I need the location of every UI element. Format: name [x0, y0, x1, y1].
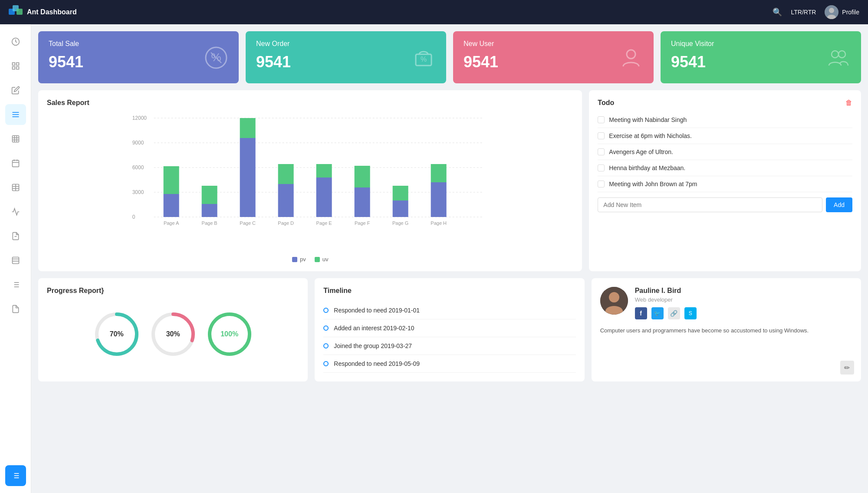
todo-add-button[interactable]: Add — [826, 197, 852, 212]
sidebar-item-grid[interactable] — [5, 128, 26, 149]
social-facebook-icon[interactable]: f — [635, 307, 647, 319]
timeline-text-2: Added an interest 2019-02-10 — [334, 325, 414, 332]
timeline-item-2: Added an interest 2019-02-10 — [323, 319, 575, 337]
svg-rect-14 — [12, 136, 19, 142]
sidebar-item-chart[interactable] — [5, 201, 26, 222]
logo-icon — [9, 5, 23, 19]
main-layout: Total Sale 9541 % New Order 9541 — [0, 24, 868, 493]
sidebar-item-edit[interactable] — [5, 80, 26, 101]
svg-text:Page H: Page H — [431, 220, 447, 226]
sidebar-item-menu[interactable] — [5, 104, 26, 125]
profile-socials: f 🐦 🔗 S — [635, 307, 697, 319]
svg-text:9000: 9000 — [132, 140, 144, 146]
timeline-item-4: Responded to need 2019-05-09 — [323, 355, 575, 373]
todo-checkbox-2[interactable] — [598, 132, 605, 139]
main-content: Total Sale 9541 % New Order 9541 — [31, 24, 868, 493]
svg-text:0: 0 — [132, 214, 135, 220]
stat-card-value: 9541 — [256, 53, 436, 71]
svg-text:Page F: Page F — [355, 220, 370, 226]
new-order-icon: % — [411, 46, 436, 75]
todo-item-1: Meeting with Nabindar Singh — [598, 112, 852, 128]
profile-label: Profile — [842, 9, 859, 16]
sidebar-item-form[interactable] — [5, 226, 26, 246]
timeline-dot-2 — [323, 325, 329, 331]
svg-text:%: % — [421, 56, 427, 63]
todo-checkbox-4[interactable] — [598, 164, 605, 171]
timeline-text-4: Responded to need 2019-05-09 — [334, 360, 420, 367]
bar-uv-0 — [164, 166, 179, 194]
legend-pv-dot — [292, 257, 297, 262]
svg-text:12000: 12000 — [132, 115, 147, 121]
todo-add-input[interactable] — [598, 197, 822, 212]
timeline-dot-4 — [323, 361, 329, 366]
svg-rect-19 — [12, 160, 19, 167]
legend-uv: uv — [315, 256, 329, 263]
todo-checkbox-3[interactable] — [598, 148, 605, 155]
todo-text-3: Avengers Age of Ultron. — [609, 148, 673, 155]
todo-item-3: Avengers Age of Ultron. — [598, 144, 852, 160]
timeline-item-3: Joined the group 2019-03-27 — [323, 337, 575, 355]
svg-rect-2 — [16, 9, 23, 15]
profile-button[interactable]: Profile — [825, 5, 859, 19]
sales-report-title: Sales Report — [47, 99, 573, 107]
stat-card-new-user: New User 9541 — [453, 31, 654, 83]
app-name: Ant Dashboard — [27, 8, 77, 16]
svg-point-50 — [838, 51, 845, 58]
bar-chart-svg: 12000 9000 6000 3000 0 — [47, 114, 573, 235]
todo-text-5: Meeting with John Brown at 7pm — [609, 181, 697, 187]
svg-point-75 — [609, 292, 619, 302]
third-row: Progress Report} 70% — [38, 278, 861, 381]
social-twitter-icon[interactable]: 🐦 — [651, 307, 664, 319]
sidebar-item-dashboard[interactable] — [5, 31, 26, 52]
bar-pv-6 — [393, 200, 408, 217]
todo-delete-icon[interactable]: 🗑 — [845, 99, 852, 107]
total-sale-icon: % — [204, 46, 228, 75]
sidebar-item-active-bottom[interactable] — [5, 465, 26, 486]
svg-text:Page A: Page A — [164, 220, 179, 226]
bar-uv-1 — [202, 186, 217, 204]
sidebar-item-file[interactable] — [5, 299, 26, 319]
sales-report-panel: Sales Report 12000 9000 6000 3000 0 — [38, 90, 582, 271]
todo-checkbox-1[interactable] — [598, 116, 605, 123]
bar-uv-3 — [278, 164, 294, 184]
stat-card-label: New Order — [256, 40, 436, 48]
social-link-icon[interactable]: 🔗 — [668, 307, 680, 319]
bar-pv-0 — [164, 194, 179, 217]
legend-pv: pv — [292, 256, 306, 263]
circle-100: 100% — [206, 310, 253, 358]
bar-uv-6 — [393, 186, 408, 200]
svg-text:6000: 6000 — [132, 164, 144, 171]
svg-rect-8 — [16, 63, 19, 66]
bar-pv-1 — [202, 204, 217, 217]
search-icon[interactable]: 🔍 — [773, 7, 782, 17]
timeline-text-3: Joined the group 2019-03-27 — [334, 342, 412, 349]
ltr-toggle[interactable]: LTR/RTR — [791, 9, 816, 16]
sidebar-item-table2[interactable] — [5, 250, 26, 271]
todo-text-2: Exercise at 6pm with Nicholas. — [609, 132, 692, 139]
todo-checkbox-5[interactable] — [598, 181, 605, 187]
sidebar-item-calendar[interactable] — [5, 153, 26, 174]
todo-text-1: Meeting with Nabindar Singh — [609, 116, 687, 123]
profile-panel: Pauline I. Bird Web developer f 🐦 🔗 S Co… — [592, 278, 861, 381]
todo-header: Todo 🗑 — [598, 99, 852, 107]
timeline-dot-3 — [323, 343, 329, 348]
chart-legend: pv uv — [47, 256, 573, 263]
sidebar-item-table[interactable] — [5, 177, 26, 198]
svg-text:Page D: Page D — [278, 220, 294, 226]
app-logo: Ant Dashboard — [9, 5, 773, 19]
social-skype-icon[interactable]: S — [684, 307, 697, 319]
svg-text:3000: 3000 — [132, 189, 144, 195]
sidebar-item-list[interactable] — [5, 274, 26, 295]
profile-top: Pauline I. Bird Web developer f 🐦 🔗 S — [600, 287, 852, 319]
profile-description: Computer users and programmers have beco… — [600, 326, 852, 335]
svg-rect-28 — [12, 257, 19, 264]
timeline-item-1: Responded to need 2019-01-01 — [323, 302, 575, 319]
circle-100-label: 100% — [220, 330, 238, 338]
svg-rect-10 — [12, 67, 15, 69]
sales-chart: 12000 9000 6000 3000 0 — [47, 114, 573, 253]
progress-circles: 70% 30% 100% — [47, 302, 299, 367]
todo-item-2: Exercise at 6pm with Nicholas. — [598, 128, 852, 144]
profile-edit-icon[interactable]: ✏ — [840, 361, 854, 375]
sidebar-item-layout[interactable] — [5, 56, 26, 76]
profile-info: Pauline I. Bird Web developer f 🐦 🔗 S — [635, 287, 697, 319]
